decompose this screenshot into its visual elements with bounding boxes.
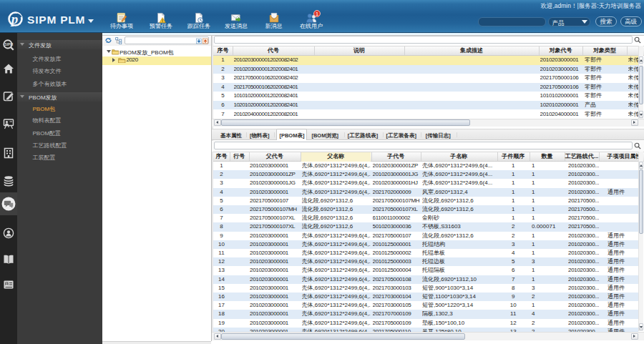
svg-text:SIPM: SIPM <box>5 43 14 46</box>
svg-text:p: p <box>10 11 18 26</box>
